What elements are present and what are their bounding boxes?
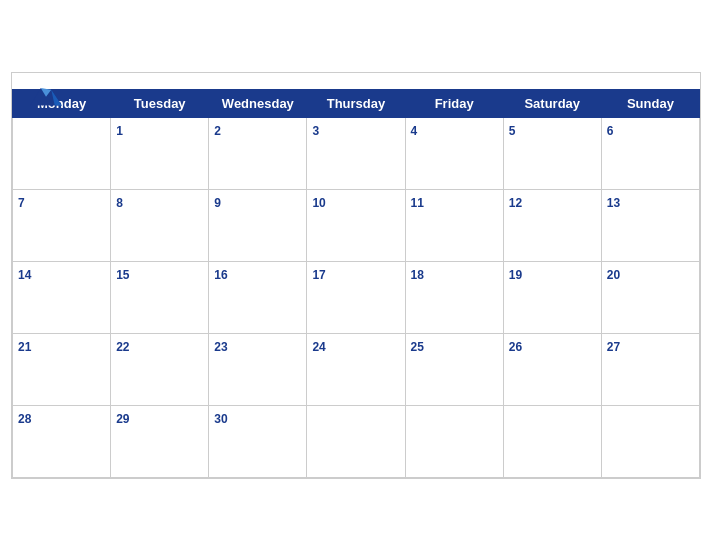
day-cell-23: 23 xyxy=(209,333,307,405)
day-cell-24: 24 xyxy=(307,333,405,405)
weekday-header-saturday: Saturday xyxy=(503,89,601,117)
calendar-header xyxy=(12,73,700,89)
day-number-7: 7 xyxy=(18,196,25,210)
day-number-30: 30 xyxy=(214,412,227,426)
day-cell-22: 22 xyxy=(111,333,209,405)
day-number-24: 24 xyxy=(312,340,325,354)
day-cell-10: 10 xyxy=(307,189,405,261)
day-cell-14: 14 xyxy=(13,261,111,333)
week-row-3: 21222324252627 xyxy=(13,333,700,405)
weekday-header-wednesday: Wednesday xyxy=(209,89,307,117)
day-cell-25: 25 xyxy=(405,333,503,405)
day-cell-3: 3 xyxy=(307,117,405,189)
weekday-header-row: MondayTuesdayWednesdayThursdayFridaySatu… xyxy=(13,89,700,117)
day-number-18: 18 xyxy=(411,268,424,282)
weekday-header-friday: Friday xyxy=(405,89,503,117)
day-number-26: 26 xyxy=(509,340,522,354)
weekday-header-sunday: Sunday xyxy=(601,89,699,117)
day-cell-17: 17 xyxy=(307,261,405,333)
day-number-10: 10 xyxy=(312,196,325,210)
week-row-1: 78910111213 xyxy=(13,189,700,261)
day-cell-13: 13 xyxy=(601,189,699,261)
day-number-9: 9 xyxy=(214,196,221,210)
day-number-22: 22 xyxy=(116,340,129,354)
empty-cell xyxy=(13,117,111,189)
day-number-5: 5 xyxy=(509,124,516,138)
week-row-4: 282930 xyxy=(13,405,700,477)
day-cell-1: 1 xyxy=(111,117,209,189)
week-row-2: 14151617181920 xyxy=(13,261,700,333)
logo-icon xyxy=(28,81,64,109)
day-cell-9: 9 xyxy=(209,189,307,261)
day-number-17: 17 xyxy=(312,268,325,282)
empty-cell xyxy=(405,405,503,477)
calendar: MondayTuesdayWednesdayThursdayFridaySatu… xyxy=(11,72,701,479)
day-number-15: 15 xyxy=(116,268,129,282)
weekday-header-tuesday: Tuesday xyxy=(111,89,209,117)
day-cell-5: 5 xyxy=(503,117,601,189)
day-cell-18: 18 xyxy=(405,261,503,333)
day-cell-20: 20 xyxy=(601,261,699,333)
day-number-1: 1 xyxy=(116,124,123,138)
day-number-3: 3 xyxy=(312,124,319,138)
day-cell-27: 27 xyxy=(601,333,699,405)
empty-cell xyxy=(503,405,601,477)
day-cell-4: 4 xyxy=(405,117,503,189)
empty-cell xyxy=(601,405,699,477)
day-number-8: 8 xyxy=(116,196,123,210)
day-number-28: 28 xyxy=(18,412,31,426)
day-cell-12: 12 xyxy=(503,189,601,261)
day-number-11: 11 xyxy=(411,196,424,210)
day-cell-8: 8 xyxy=(111,189,209,261)
day-number-19: 19 xyxy=(509,268,522,282)
day-number-4: 4 xyxy=(411,124,418,138)
day-number-27: 27 xyxy=(607,340,620,354)
calendar-table: MondayTuesdayWednesdayThursdayFridaySatu… xyxy=(12,89,700,478)
day-number-14: 14 xyxy=(18,268,31,282)
weekday-header-thursday: Thursday xyxy=(307,89,405,117)
day-number-13: 13 xyxy=(607,196,620,210)
day-cell-11: 11 xyxy=(405,189,503,261)
day-cell-19: 19 xyxy=(503,261,601,333)
day-cell-2: 2 xyxy=(209,117,307,189)
day-cell-21: 21 xyxy=(13,333,111,405)
day-number-23: 23 xyxy=(214,340,227,354)
week-row-0: 123456 xyxy=(13,117,700,189)
day-cell-28: 28 xyxy=(13,405,111,477)
day-number-2: 2 xyxy=(214,124,221,138)
day-cell-30: 30 xyxy=(209,405,307,477)
day-cell-29: 29 xyxy=(111,405,209,477)
logo xyxy=(28,81,64,109)
day-cell-15: 15 xyxy=(111,261,209,333)
day-number-6: 6 xyxy=(607,124,614,138)
day-cell-16: 16 xyxy=(209,261,307,333)
day-number-29: 29 xyxy=(116,412,129,426)
day-cell-26: 26 xyxy=(503,333,601,405)
day-number-21: 21 xyxy=(18,340,31,354)
day-number-25: 25 xyxy=(411,340,424,354)
day-number-12: 12 xyxy=(509,196,522,210)
day-cell-7: 7 xyxy=(13,189,111,261)
day-number-16: 16 xyxy=(214,268,227,282)
day-cell-6: 6 xyxy=(601,117,699,189)
day-number-20: 20 xyxy=(607,268,620,282)
empty-cell xyxy=(307,405,405,477)
